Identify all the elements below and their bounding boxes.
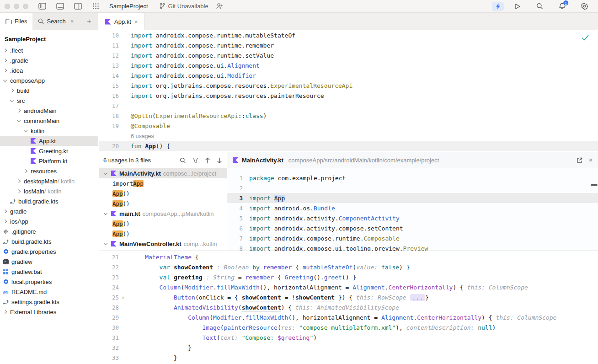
chevron-right-icon[interactable]: [17, 109, 21, 112]
chevron-down-icon[interactable]: [3, 78, 7, 81]
usage-file-row[interactable]: MainViewController.ktcomp...kotlin: [99, 239, 227, 249]
chevron-down-icon[interactable]: [104, 241, 107, 245]
line-number[interactable]: 31: [99, 334, 119, 341]
git-status[interactable]: Git Unavailable: [159, 3, 208, 10]
tree-item-commonmain[interactable]: commonMain: [0, 116, 98, 126]
code-line[interactable]: 11import androidx.compose.runtime.rememb…: [99, 40, 598, 50]
line-number[interactable]: 19: [99, 123, 119, 129]
usages-inlay-hint[interactable]: 6 usages: [131, 133, 154, 139]
tab-app-kt-close-icon[interactable]: ×: [134, 18, 138, 25]
code-line[interactable]: 28AnimatedVisibility(showContent) { this…: [99, 302, 598, 312]
code-line[interactable]: 5import androidx.activity.ComponentActiv…: [227, 213, 598, 223]
tree-item-desktopmain[interactable]: desktopMain / kotlin: [0, 176, 98, 186]
new-tab-button[interactable]: +: [80, 13, 98, 30]
tab-search[interactable]: Search ×: [32, 13, 79, 30]
code-line[interactable]: 17: [99, 101, 598, 111]
toggle-bottom-panel-icon[interactable]: [56, 2, 64, 10]
code-line[interactable]: 1package com.example.project: [227, 173, 598, 183]
code-line[interactable]: 19@Composable: [99, 121, 598, 131]
line-number[interactable]: 3: [227, 195, 243, 202]
line-number[interactable]: 21: [99, 254, 119, 261]
tree-item-kotlin[interactable]: kotlin: [0, 126, 98, 136]
editor-pane-top[interactable]: 10import androidx.compose.runtime.mutabl…: [99, 30, 598, 152]
tree-item-readme-md[interactable]: M↓README.md: [0, 287, 98, 297]
chevron-down-icon[interactable]: [24, 128, 27, 132]
chevron-down-icon[interactable]: [17, 118, 21, 122]
chevron-right-icon[interactable]: [3, 69, 7, 72]
project-root-label[interactable]: SampleProject: [0, 30, 98, 45]
code-line[interactable]: 12import androidx.compose.runtime.setVal…: [99, 50, 598, 60]
tree-item-platform-kt[interactable]: Platform.kt: [0, 156, 98, 166]
toggle-left-panel-icon[interactable]: [38, 2, 46, 10]
code-line[interactable]: 3import App: [227, 193, 598, 203]
preview-scrollbar-handle[interactable]: [591, 184, 598, 186]
tree-item-build-gradle-kts[interactable]: build.gradle.kts: [0, 196, 98, 206]
tree-item-iosmain[interactable]: iosMain / kotlin: [0, 186, 98, 196]
usages-next-icon[interactable]: [217, 157, 222, 164]
code-line[interactable]: 20fun App() {: [99, 141, 598, 151]
line-number[interactable]: 32: [99, 344, 119, 351]
tree-item-app-kt[interactable]: App.kt: [0, 136, 98, 146]
tree-item-settings-gradle-kts[interactable]: settings.gradle.kts: [0, 297, 98, 307]
code-line[interactable]: 23val greeting : String = remember { Gre…: [99, 272, 598, 282]
usage-occurrence-row[interactable]: App(): [99, 198, 227, 209]
code-line[interactable]: 33}: [99, 353, 598, 363]
preview-close-icon[interactable]: ×: [589, 157, 593, 163]
search-everywhere-icon[interactable]: [536, 2, 544, 10]
chevron-down-icon[interactable]: [10, 98, 14, 102]
tree-item-gradlew-bat[interactable]: gradlew.bat: [0, 267, 98, 277]
tree-item-local-properties[interactable]: local.properties: [0, 277, 98, 287]
chevron-right-icon[interactable]: [17, 189, 21, 193]
chevron-right-icon[interactable]: [17, 179, 21, 183]
add-collaborator-icon[interactable]: [216, 2, 224, 10]
code-line[interactable]: 6import androidx.activity.compose.setCon…: [227, 223, 598, 233]
usage-occurrence-row[interactable]: import App: [99, 178, 227, 188]
line-number[interactable]: 12: [99, 52, 119, 59]
line-number[interactable]: 4: [227, 205, 243, 212]
tab-search-close-icon[interactable]: ×: [70, 18, 74, 25]
line-number[interactable]: 2: [227, 185, 243, 192]
code-line[interactable]: 24Column(Modifier.fillMaxWidth(), horizo…: [99, 282, 598, 292]
tree-item-gradle[interactable]: gradle: [0, 206, 98, 216]
window-close-button[interactable]: [5, 4, 10, 9]
code-line[interactable]: 18@OptIn(ExperimentalResourceApi::class): [99, 111, 598, 121]
chevron-down-icon[interactable]: [104, 211, 107, 214]
preview-code[interactable]: 1package com.example.project23import App…: [227, 168, 598, 251]
chevron-right-icon[interactable]: [3, 48, 7, 52]
code-line[interactable]: 30Image(painterResource(res: "compose-mu…: [99, 322, 598, 332]
code-line[interactable]: 29Column(Modifier.fillMaxWidth(), horizo…: [99, 312, 598, 322]
tree-item--gitignore[interactable]: .gitignore: [0, 226, 98, 236]
line-number[interactable]: 1: [227, 175, 243, 182]
code-line[interactable]: 10import androidx.compose.runtime.mutabl…: [99, 30, 598, 40]
project-title[interactable]: SampleProject: [109, 3, 148, 10]
toggle-right-panel-icon[interactable]: [74, 2, 82, 10]
inspection-status-icon[interactable]: [582, 35, 589, 42]
code-line[interactable]: 16import org.jetbrains.compose.resources…: [99, 91, 598, 101]
tree-item-greeting-kt[interactable]: Greeting.kt: [0, 146, 98, 156]
code-line[interactable]: 21MaterialTheme {: [99, 252, 598, 262]
smart-mode-icon[interactable]: [492, 2, 504, 11]
line-number[interactable]: 5: [227, 215, 243, 222]
line-number[interactable]: 18: [99, 112, 119, 119]
chevron-right-icon[interactable]: [24, 169, 27, 173]
line-number[interactable]: 6: [227, 225, 243, 232]
tree-item-gradle-properties[interactable]: gradle.properties: [0, 246, 98, 257]
usages-search-icon[interactable]: [180, 157, 186, 164]
code-line[interactable]: 4import android.os.Bundle: [227, 203, 598, 213]
tree-item-iosapp[interactable]: iosApp: [0, 216, 98, 226]
line-number[interactable]: 16: [99, 92, 119, 99]
line-number[interactable]: 20: [99, 143, 119, 150]
line-number[interactable]: 17: [99, 102, 119, 109]
chevron-right-icon[interactable]: [3, 59, 7, 62]
chevron-right-icon[interactable]: [3, 219, 7, 223]
workspaces-grid-icon[interactable]: [92, 2, 100, 10]
code-line[interactable]: 15import org.jetbrains.compose.resources…: [99, 80, 598, 91]
code-line[interactable]: 13import androidx.compose.ui.Alignment: [99, 60, 598, 70]
tree-item--fleet[interactable]: .fleet: [0, 45, 98, 55]
code-line[interactable]: 14import androidx.compose.ui.Modifier: [99, 70, 598, 80]
code-line[interactable]: 2: [227, 183, 598, 193]
line-number[interactable]: 23: [99, 274, 119, 281]
line-number[interactable]: 25: [99, 294, 119, 301]
code-line[interactable]: 8import androidx.compose.ui.tooling.prev…: [227, 243, 598, 251]
tree-item-build-gradle-kts[interactable]: build.gradle.kts: [0, 236, 98, 246]
